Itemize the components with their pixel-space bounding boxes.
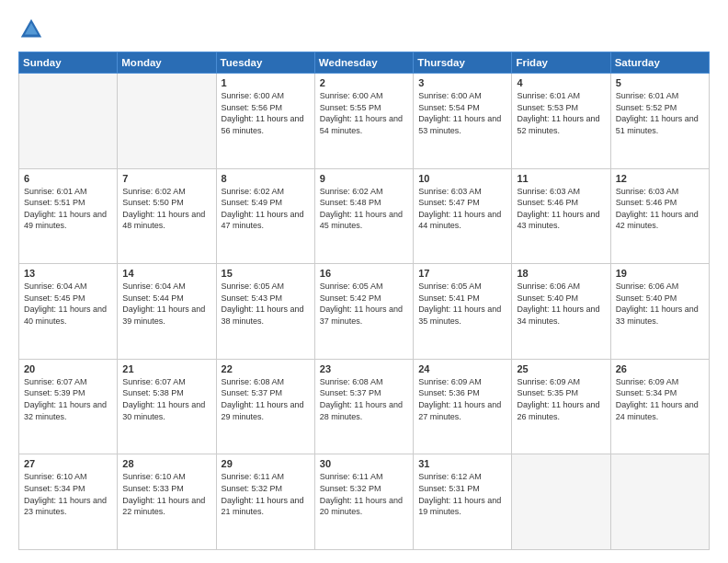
calendar-cell — [118, 74, 216, 169]
cell-info: Sunrise: 6:03 AMSunset: 5:46 PMDaylight:… — [616, 186, 704, 232]
calendar-week-2: 6Sunrise: 6:01 AMSunset: 5:51 PMDaylight… — [19, 168, 710, 264]
calendar-cell: 27Sunrise: 6:10 AMSunset: 5:34 PMDayligh… — [19, 454, 118, 550]
calendar-cell: 6Sunrise: 6:01 AMSunset: 5:51 PMDaylight… — [19, 168, 118, 264]
day-number: 21 — [122, 363, 210, 374]
calendar-cell: 20Sunrise: 6:07 AMSunset: 5:39 PMDayligh… — [19, 359, 118, 454]
cell-info: Sunrise: 6:05 AMSunset: 5:41 PMDaylight:… — [418, 281, 506, 327]
day-number: 30 — [320, 458, 408, 469]
day-number: 12 — [616, 173, 704, 184]
calendar-cell: 5Sunrise: 6:01 AMSunset: 5:52 PMDaylight… — [610, 74, 709, 169]
calendar-cell: 31Sunrise: 6:12 AMSunset: 5:31 PMDayligh… — [414, 454, 512, 550]
cell-info: Sunrise: 6:06 AMSunset: 5:40 PMDaylight:… — [517, 281, 605, 327]
calendar-week-5: 27Sunrise: 6:10 AMSunset: 5:34 PMDayligh… — [19, 454, 710, 550]
calendar-cell: 26Sunrise: 6:09 AMSunset: 5:34 PMDayligh… — [610, 359, 709, 454]
weekday-header-row: SundayMondayTuesdayWednesdayThursdayFrid… — [19, 52, 710, 74]
calendar-cell: 2Sunrise: 6:00 AMSunset: 5:55 PMDaylight… — [314, 74, 413, 169]
calendar-week-3: 13Sunrise: 6:04 AMSunset: 5:45 PMDayligh… — [19, 264, 710, 360]
weekday-header-sunday: Sunday — [19, 52, 118, 74]
page: SundayMondayTuesdayWednesdayThursdayFrid… — [0, 0, 728, 563]
day-number: 8 — [222, 173, 310, 184]
weekday-header-saturday: Saturday — [610, 52, 709, 74]
cell-info: Sunrise: 6:00 AMSunset: 5:54 PMDaylight:… — [418, 90, 506, 136]
cell-info: Sunrise: 6:04 AMSunset: 5:44 PMDaylight:… — [122, 281, 210, 327]
logo — [18, 17, 48, 42]
weekday-header-friday: Friday — [512, 52, 610, 74]
calendar-cell: 13Sunrise: 6:04 AMSunset: 5:45 PMDayligh… — [19, 264, 118, 360]
day-number: 3 — [418, 77, 506, 88]
day-number: 10 — [418, 173, 506, 184]
calendar-cell: 29Sunrise: 6:11 AMSunset: 5:32 PMDayligh… — [216, 454, 314, 550]
calendar-cell: 14Sunrise: 6:04 AMSunset: 5:44 PMDayligh… — [118, 264, 216, 360]
calendar-week-4: 20Sunrise: 6:07 AMSunset: 5:39 PMDayligh… — [19, 359, 710, 454]
day-number: 6 — [24, 173, 112, 184]
calendar-cell: 12Sunrise: 6:03 AMSunset: 5:46 PMDayligh… — [610, 168, 709, 264]
cell-info: Sunrise: 6:01 AMSunset: 5:52 PMDaylight:… — [616, 90, 704, 136]
calendar-cell: 25Sunrise: 6:09 AMSunset: 5:35 PMDayligh… — [512, 359, 610, 454]
cell-info: Sunrise: 6:02 AMSunset: 5:49 PMDaylight:… — [222, 186, 310, 232]
day-number: 7 — [122, 173, 210, 184]
cell-info: Sunrise: 6:07 AMSunset: 5:39 PMDaylight:… — [24, 376, 112, 422]
cell-info: Sunrise: 6:06 AMSunset: 5:40 PMDaylight:… — [616, 281, 704, 327]
calendar-cell: 17Sunrise: 6:05 AMSunset: 5:41 PMDayligh… — [414, 264, 512, 360]
day-number: 22 — [222, 363, 310, 374]
day-number: 11 — [517, 173, 605, 184]
day-number: 5 — [616, 77, 704, 88]
day-number: 19 — [616, 268, 704, 279]
cell-info: Sunrise: 6:05 AMSunset: 5:43 PMDaylight:… — [222, 281, 310, 327]
cell-info: Sunrise: 6:00 AMSunset: 5:55 PMDaylight:… — [320, 90, 408, 136]
calendar-cell: 10Sunrise: 6:03 AMSunset: 5:47 PMDayligh… — [414, 168, 512, 264]
weekday-header-tuesday: Tuesday — [216, 52, 314, 74]
cell-info: Sunrise: 6:11 AMSunset: 5:32 PMDaylight:… — [222, 471, 310, 517]
cell-info: Sunrise: 6:02 AMSunset: 5:48 PMDaylight:… — [320, 186, 408, 232]
cell-info: Sunrise: 6:02 AMSunset: 5:50 PMDaylight:… — [122, 186, 210, 232]
cell-info: Sunrise: 6:05 AMSunset: 5:42 PMDaylight:… — [320, 281, 408, 327]
calendar-cell: 23Sunrise: 6:08 AMSunset: 5:37 PMDayligh… — [314, 359, 413, 454]
cell-info: Sunrise: 6:01 AMSunset: 5:53 PMDaylight:… — [517, 90, 605, 136]
logo-icon — [18, 17, 44, 42]
weekday-header-monday: Monday — [118, 52, 216, 74]
weekday-header-wednesday: Wednesday — [314, 52, 413, 74]
cell-info: Sunrise: 6:10 AMSunset: 5:33 PMDaylight:… — [122, 471, 210, 517]
cell-info: Sunrise: 6:00 AMSunset: 5:56 PMDaylight:… — [222, 90, 310, 136]
day-number: 15 — [222, 268, 310, 279]
calendar-cell — [610, 454, 709, 550]
cell-info: Sunrise: 6:09 AMSunset: 5:36 PMDaylight:… — [418, 376, 506, 422]
day-number: 28 — [122, 458, 210, 469]
cell-info: Sunrise: 6:08 AMSunset: 5:37 PMDaylight:… — [320, 376, 408, 422]
cell-info: Sunrise: 6:09 AMSunset: 5:35 PMDaylight:… — [517, 376, 605, 422]
cell-info: Sunrise: 6:08 AMSunset: 5:37 PMDaylight:… — [222, 376, 310, 422]
day-number: 16 — [320, 268, 408, 279]
day-number: 9 — [320, 173, 408, 184]
cell-info: Sunrise: 6:01 AMSunset: 5:51 PMDaylight:… — [24, 186, 112, 232]
calendar-cell: 8Sunrise: 6:02 AMSunset: 5:49 PMDaylight… — [216, 168, 314, 264]
calendar-cell — [512, 454, 610, 550]
calendar-cell: 18Sunrise: 6:06 AMSunset: 5:40 PMDayligh… — [512, 264, 610, 360]
calendar-cell: 22Sunrise: 6:08 AMSunset: 5:37 PMDayligh… — [216, 359, 314, 454]
day-number: 29 — [222, 458, 310, 469]
cell-info: Sunrise: 6:07 AMSunset: 5:38 PMDaylight:… — [122, 376, 210, 422]
cell-info: Sunrise: 6:03 AMSunset: 5:46 PMDaylight:… — [517, 186, 605, 232]
day-number: 20 — [24, 363, 112, 374]
calendar-week-1: 1Sunrise: 6:00 AMSunset: 5:56 PMDaylight… — [19, 74, 710, 169]
day-number: 24 — [418, 363, 506, 374]
cell-info: Sunrise: 6:03 AMSunset: 5:47 PMDaylight:… — [418, 186, 506, 232]
calendar-cell: 30Sunrise: 6:11 AMSunset: 5:32 PMDayligh… — [314, 454, 413, 550]
calendar-cell: 28Sunrise: 6:10 AMSunset: 5:33 PMDayligh… — [118, 454, 216, 550]
calendar-cell: 24Sunrise: 6:09 AMSunset: 5:36 PMDayligh… — [414, 359, 512, 454]
calendar-cell: 15Sunrise: 6:05 AMSunset: 5:43 PMDayligh… — [216, 264, 314, 360]
day-number: 2 — [320, 77, 408, 88]
calendar-cell: 21Sunrise: 6:07 AMSunset: 5:38 PMDayligh… — [118, 359, 216, 454]
calendar-cell: 16Sunrise: 6:05 AMSunset: 5:42 PMDayligh… — [314, 264, 413, 360]
cell-info: Sunrise: 6:12 AMSunset: 5:31 PMDaylight:… — [418, 471, 506, 517]
calendar-cell: 7Sunrise: 6:02 AMSunset: 5:50 PMDaylight… — [118, 168, 216, 264]
cell-info: Sunrise: 6:09 AMSunset: 5:34 PMDaylight:… — [616, 376, 704, 422]
weekday-header-thursday: Thursday — [414, 52, 512, 74]
day-number: 23 — [320, 363, 408, 374]
calendar-cell: 9Sunrise: 6:02 AMSunset: 5:48 PMDaylight… — [314, 168, 413, 264]
day-number: 31 — [418, 458, 506, 469]
cell-info: Sunrise: 6:04 AMSunset: 5:45 PMDaylight:… — [24, 281, 112, 327]
calendar-table: SundayMondayTuesdayWednesdayThursdayFrid… — [18, 52, 710, 550]
calendar-cell: 19Sunrise: 6:06 AMSunset: 5:40 PMDayligh… — [610, 264, 709, 360]
cell-info: Sunrise: 6:10 AMSunset: 5:34 PMDaylight:… — [24, 471, 112, 517]
calendar-cell: 1Sunrise: 6:00 AMSunset: 5:56 PMDaylight… — [216, 74, 314, 169]
